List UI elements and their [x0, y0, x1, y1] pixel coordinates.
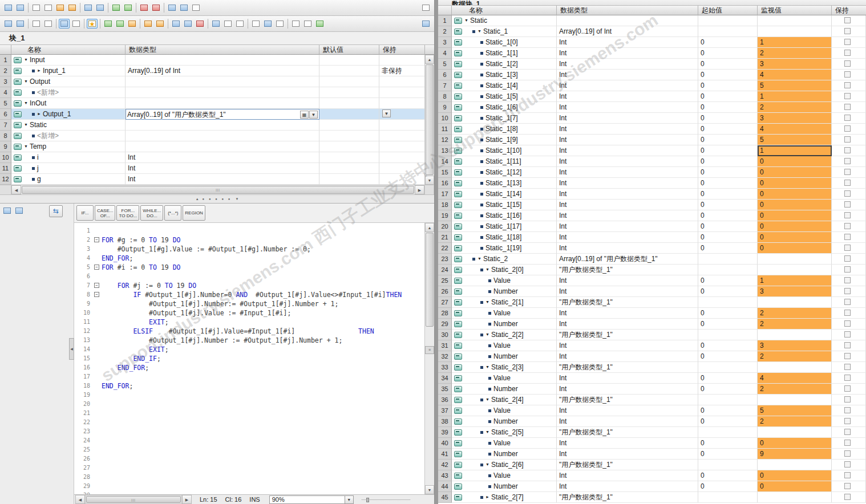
- row-number[interactable]: 6: [0, 109, 11, 120]
- monitor-value-cell[interactable]: 3: [758, 340, 832, 351]
- variable-name-cell[interactable]: ►Static_2[7]: [452, 492, 557, 503]
- favorites-icon[interactable]: [87, 19, 98, 29]
- datatype-cell[interactable]: Int: [557, 405, 698, 416]
- fold-collapse-icon[interactable]: −: [94, 265, 99, 270]
- retain-cell[interactable]: [832, 124, 866, 135]
- load-snapshot-icon[interactable]: [67, 3, 78, 13]
- search-icon[interactable]: [302, 19, 313, 29]
- collapse-icon[interactable]: ▼: [485, 460, 489, 469]
- monitor-value-cell[interactable]: [758, 297, 832, 308]
- retain-cell[interactable]: [832, 26, 866, 37]
- retain-cell[interactable]: [379, 55, 425, 66]
- monitor-value-cell[interactable]: 4: [758, 70, 832, 80]
- editor-vertical-scrollbar[interactable]: ▲ ≡ ▼: [424, 223, 434, 494]
- row-number[interactable]: 40: [438, 438, 452, 449]
- datatype-cell[interactable]: Int: [557, 167, 698, 178]
- row-number[interactable]: 11: [438, 124, 452, 135]
- variable-name-cell[interactable]: ►Output_1: [11, 109, 126, 120]
- retain-cell[interactable]: [832, 275, 866, 286]
- retain-checkbox[interactable]: [844, 147, 851, 153]
- start-value-cell[interactable]: 0: [698, 59, 758, 70]
- start-value-cell[interactable]: 0: [698, 481, 758, 492]
- start-value-cell[interactable]: 0: [698, 135, 758, 145]
- monitor-value-cell[interactable]: 1: [758, 37, 832, 48]
- default-value-cell[interactable]: [319, 66, 379, 76]
- row-number[interactable]: 26: [438, 286, 452, 297]
- start-value-cell[interactable]: 0: [698, 156, 758, 167]
- start-value-cell[interactable]: 0: [698, 189, 758, 200]
- retain-cell[interactable]: [832, 362, 866, 373]
- retain-checkbox[interactable]: [844, 201, 851, 208]
- retain-checkbox[interactable]: [844, 375, 851, 381]
- retain-cell[interactable]: [832, 200, 866, 210]
- start-value-cell[interactable]: 0: [698, 384, 758, 395]
- monitor-value-cell[interactable]: 2: [758, 48, 832, 59]
- variable-name-cell[interactable]: Number: [452, 416, 557, 427]
- insert-network-icon[interactable]: [3, 19, 14, 29]
- collapse-icon[interactable]: ▼: [24, 77, 28, 86]
- copy-start-to-actual-icon[interactable]: [83, 3, 94, 13]
- retain-cell[interactable]: [832, 254, 866, 265]
- retain-cell[interactable]: [379, 141, 425, 152]
- start-value-cell[interactable]: 0: [698, 91, 758, 102]
- datatype-cell[interactable]: Int: [557, 221, 698, 232]
- default-value-cell[interactable]: [319, 131, 379, 141]
- start-value-cell[interactable]: 0: [698, 308, 758, 319]
- start-value-cell[interactable]: 0: [698, 80, 758, 91]
- stop-monitor-icon[interactable]: [222, 19, 233, 29]
- retain-cell[interactable]: [832, 189, 866, 200]
- retain-dropdown-button[interactable]: ▼: [382, 109, 422, 117]
- retain-cell[interactable]: [832, 102, 866, 113]
- monitor-value-cell[interactable]: 5: [758, 405, 832, 416]
- variable-name-cell[interactable]: Static_1[4]: [452, 80, 557, 91]
- row-number[interactable]: 43: [438, 470, 452, 481]
- retain-cell[interactable]: [832, 91, 866, 102]
- start-value-cell[interactable]: 0: [698, 37, 758, 48]
- row-number[interactable]: 25: [438, 275, 452, 286]
- start-value-cell[interactable]: 0: [698, 340, 758, 351]
- retain-checkbox[interactable]: [844, 440, 851, 446]
- default-value-cell[interactable]: [319, 98, 379, 109]
- syntax-check-icon[interactable]: [183, 19, 193, 29]
- monitor-value-cell[interactable]: 0: [758, 470, 832, 481]
- scroll-right-icon[interactable]: ▶: [182, 495, 192, 504]
- retain-cell[interactable]: [379, 131, 425, 141]
- datatype-cell[interactable]: [126, 98, 319, 109]
- help-icon[interactable]: [290, 19, 301, 29]
- upload-icon[interactable]: [151, 3, 161, 13]
- start-value-cell[interactable]: [698, 26, 758, 37]
- variable-name-cell[interactable]: ▼Static_2[0]: [452, 265, 557, 275]
- row-number[interactable]: 8: [0, 131, 11, 141]
- start-value-cell[interactable]: 0: [698, 167, 758, 178]
- retain-cell[interactable]: 非保持: [379, 66, 425, 76]
- add-row-icon[interactable]: [3, 3, 14, 13]
- retain-cell[interactable]: [832, 416, 866, 427]
- start-value-cell[interactable]: 0: [698, 221, 758, 232]
- detach-pane-icon[interactable]: [420, 3, 431, 13]
- monitor-value-cell[interactable]: [758, 330, 832, 340]
- variable-name-cell[interactable]: ▼Static: [452, 15, 557, 26]
- retain-checkbox[interactable]: [844, 169, 851, 175]
- datatype-cell[interactable]: "用户数据类型_1": [557, 460, 698, 470]
- add-element-icon[interactable]: [15, 19, 26, 29]
- region-construct-button[interactable]: REGION: [183, 205, 205, 221]
- datatype-dropdown-button[interactable]: ▼: [309, 111, 318, 119]
- row-number[interactable]: 2: [438, 26, 452, 37]
- datatype-cell[interactable]: Int: [557, 232, 698, 243]
- retain-checkbox[interactable]: [844, 353, 851, 359]
- monitor-value-cell[interactable]: [758, 460, 832, 470]
- retain-checkbox[interactable]: [844, 299, 851, 305]
- row-number[interactable]: 39: [438, 427, 452, 438]
- retain-cell[interactable]: [832, 178, 866, 189]
- datatype-cell[interactable]: Int: [557, 373, 698, 384]
- retain-cell[interactable]: [832, 351, 866, 362]
- row-number[interactable]: 30: [438, 330, 452, 340]
- datatype-cell[interactable]: [126, 131, 319, 141]
- retain-checkbox[interactable]: [844, 180, 851, 186]
- start-value-cell[interactable]: 0: [698, 470, 758, 481]
- datatype-cell[interactable]: [126, 120, 319, 131]
- datatype-cell[interactable]: [126, 87, 319, 98]
- variable-name-cell[interactable]: ▼Static_2[6]: [452, 460, 557, 470]
- retain-cell[interactable]: [832, 308, 866, 319]
- start-value-cell[interactable]: 0: [698, 319, 758, 330]
